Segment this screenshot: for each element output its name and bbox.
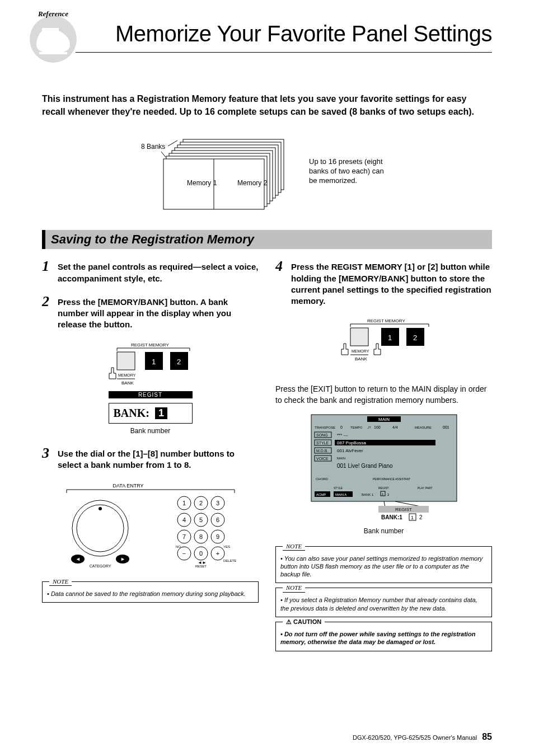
main-display-caption: Bank number: [275, 527, 492, 535]
svg-text:2: 2: [177, 358, 181, 366]
svg-text:Memory 2: Memory 2: [237, 179, 268, 187]
svg-text:DELETE: DELETE: [223, 559, 236, 562]
svg-text:PLAY PART: PLAY PART: [418, 486, 433, 490]
svg-text:STYLE: STYLE: [316, 441, 329, 445]
step-number: 2: [42, 294, 53, 331]
right-column: 4 Press the REGIST MEMORY [1] or [2] but…: [275, 259, 492, 655]
svg-point-34: [77, 505, 124, 552]
step-text: Press the REGIST MEMORY [1] or [2] butto…: [291, 259, 492, 307]
step-1: 1 Set the panel controls as required—sel…: [42, 259, 259, 284]
svg-text:REGIST MEMORY: REGIST MEMORY: [367, 318, 405, 323]
svg-text:SONG: SONG: [316, 433, 328, 437]
svg-text:0: 0: [340, 425, 343, 429]
warning-icon: ⚠: [286, 618, 292, 625]
svg-rect-1: [39, 52, 67, 54]
note-label: NOTE: [49, 577, 72, 586]
svg-text:MEMORY: MEMORY: [118, 373, 136, 377]
svg-text:*** ---: *** ---: [337, 433, 348, 438]
svg-text:+: +: [216, 550, 219, 557]
caution-label: ⚠ CAUTION: [283, 618, 325, 626]
step-text: Use the dial or the [1]–[8] number butto…: [58, 446, 259, 471]
note-text: You can also save your panel settings me…: [280, 555, 487, 579]
svg-text:−: −: [182, 550, 185, 557]
svg-text:ACMP: ACMP: [316, 493, 326, 496]
svg-text:VOICE: VOICE: [316, 457, 329, 461]
svg-text:MEMORY: MEMORY: [352, 349, 369, 353]
reference-badge-icon: Reference: [25, 8, 81, 64]
svg-text:Reference: Reference: [38, 10, 68, 18]
svg-text:►: ►: [120, 556, 125, 562]
note-box-3: NOTE If you select a Registration Memory…: [275, 588, 492, 617]
svg-text:REGIST: REGIST: [378, 486, 389, 490]
note-text: If you select a Registration Memory numb…: [280, 596, 487, 612]
svg-rect-21: [117, 352, 135, 370]
svg-text:5: 5: [199, 516, 202, 523]
svg-text:1: 1: [388, 334, 392, 342]
left-column: 1 Set the panel controls as required—sel…: [42, 259, 259, 655]
page-footer: DGX-620/520, YPG-625/525 Owner's Manual …: [353, 732, 492, 742]
svg-text:1: 1: [152, 358, 156, 366]
step-2: 2 Press the [MEMORY/BANK] button. A bank…: [42, 294, 259, 331]
regist-memory-icon: REGIST MEMORY 1 2 MEMORY BANK: [100, 341, 201, 391]
svg-text:TRANSPOSE: TRANSPOSE: [315, 426, 335, 429]
svg-text:2: 2: [413, 334, 417, 342]
svg-text:001 AlvFever: 001 AlvFever: [337, 448, 363, 453]
step-text: Set the panel controls as required—selec…: [58, 259, 259, 284]
regist-panel-figure: REGIST MEMORY 1 2 MEMORY BANK REGIST BA: [42, 341, 259, 435]
svg-line-16: [161, 152, 166, 157]
note-box-2: NOTE You can also save your panel settin…: [275, 546, 492, 584]
svg-rect-75: [350, 328, 368, 346]
svg-text:3: 3: [216, 500, 219, 506]
bank-label: BANK:: [114, 407, 149, 420]
step-number: 3: [42, 446, 53, 471]
svg-point-35: [99, 507, 102, 510]
svg-text:BANK: BANK: [355, 356, 367, 361]
svg-text:M.D.B.: M.D.B.: [316, 449, 328, 453]
footer-text: DGX-620/520, YPG-625/525 Owner's Manual: [353, 734, 477, 741]
svg-text:NO: NO: [176, 545, 181, 548]
step-text: Press the [MEMORY/BANK] button. A bank n…: [58, 294, 259, 331]
svg-text:4: 4: [182, 516, 185, 523]
caution-box: ⚠ CAUTION Do not turn off the power whil…: [275, 622, 492, 651]
svg-text:6: 6: [216, 516, 219, 523]
svg-text:001 Live! Grand Piano: 001 Live! Grand Piano: [337, 463, 393, 469]
svg-text:9: 9: [216, 533, 219, 540]
svg-text:MAIN: MAIN: [337, 457, 345, 460]
svg-text:PERFORMANCE ASSISTANT: PERFORMANCE ASSISTANT: [373, 477, 410, 481]
note-box-1: NOTE Data cannot be saved to the registr…: [42, 581, 259, 603]
svg-text:REGIST: REGIST: [395, 507, 412, 512]
bank-value: 1: [155, 407, 167, 419]
svg-text:BANK: BANK: [121, 381, 134, 386]
exit-instruction: Press the [EXIT] button to return to the…: [275, 384, 492, 406]
step-4: 4 Press the REGIST MEMORY [1] or [2] but…: [275, 259, 492, 307]
bank-display-box: BANK: 1: [109, 403, 193, 424]
intro-paragraph: This instrument has a Registration Memor…: [42, 92, 492, 118]
note-text: Data cannot be saved to the registration…: [47, 590, 254, 598]
banks-diagram: Memory 1 Memory 2 8 Banks Up to 16 prese…: [42, 129, 492, 213]
svg-text:0: 0: [199, 550, 202, 557]
title-rule: [76, 52, 492, 53]
svg-text:CATEGORY: CATEGORY: [89, 564, 111, 568]
svg-line-15: [168, 140, 177, 146]
svg-text:2: 2: [199, 500, 202, 506]
svg-text:1: 1: [182, 500, 185, 506]
svg-text:001: 001: [443, 425, 449, 429]
svg-text:◄: ◄: [198, 560, 202, 565]
svg-text:DATA ENTRY: DATA ENTRY: [113, 483, 143, 489]
svg-text:160: 160: [374, 425, 381, 429]
lcd-main-display-icon: MAIN TRANSPOSE 0 TEMPO ♩=160 4/4 MEASURE…: [306, 412, 462, 524]
svg-text:TEMPO: TEMPO: [350, 426, 363, 429]
banks-caption: Up to 16 presets (eight banks of two eac…: [309, 157, 393, 186]
svg-text:8 Banks: 8 Banks: [141, 143, 165, 151]
page-header: Reference Memorize Your Favorite Panel S…: [42, 11, 492, 78]
svg-text:♩=: ♩=: [367, 425, 371, 429]
svg-text:BANK 1: BANK 1: [362, 493, 374, 496]
banks-stack-icon: Memory 1 Memory 2 8 Banks: [141, 129, 298, 213]
step-3: 3 Use the dial or the [1]–[8] number but…: [42, 446, 259, 471]
page-title: Memorize Your Favorite Panel Settings: [42, 11, 492, 46]
svg-text:7: 7: [182, 533, 185, 540]
svg-text:087 PopBossa: 087 PopBossa: [337, 440, 367, 445]
bank-caption: Bank number: [42, 427, 259, 435]
svg-text:STYLE: STYLE: [334, 486, 343, 490]
svg-text:MAIN A: MAIN A: [335, 493, 346, 496]
